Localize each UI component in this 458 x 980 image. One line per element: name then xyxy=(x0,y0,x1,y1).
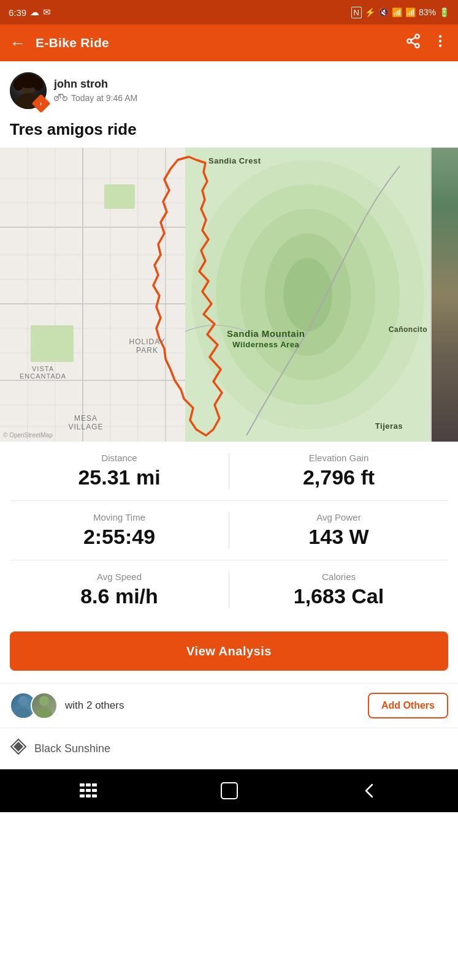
others-avatars xyxy=(10,692,58,719)
bottom-nav xyxy=(0,769,458,812)
map-container[interactable]: Sandia Crest Cañoncito HOLIDAY PARK VIST… xyxy=(0,148,458,442)
label-sandia-crest: Sandia Crest xyxy=(208,156,261,165)
label-tijeras: Tijeras xyxy=(375,421,403,431)
mail-icon: ✉ xyxy=(43,7,51,18)
avatar-container: › xyxy=(10,72,47,109)
elevation-label: Elevation Gain xyxy=(309,453,369,463)
label-mesa-village: MESAVILLAGE xyxy=(55,414,116,431)
svg-line-4 xyxy=(411,37,415,40)
svg-point-42 xyxy=(36,707,52,718)
map-copyright: © OpenStreetMap xyxy=(3,432,53,439)
segment-name: Black Sunshine xyxy=(34,742,110,755)
svg-rect-47 xyxy=(92,783,97,786)
battery: 83% xyxy=(419,7,436,17)
time-value: 2:55:49 xyxy=(83,525,155,549)
others-text: with 2 others xyxy=(65,699,361,712)
svg-point-6 xyxy=(439,40,441,42)
label-sandia-mountain: Sandia MountainWilderness Area xyxy=(227,328,305,349)
svg-rect-48 xyxy=(80,789,85,792)
svg-rect-49 xyxy=(86,789,91,792)
content: › john stroh Today at 9:46 AM Tres a xyxy=(0,61,458,769)
status-right: N ⚡ 🔇 📶 📶 83% 🔋 xyxy=(351,7,449,18)
svg-point-41 xyxy=(39,696,49,706)
calories-label: Calories xyxy=(322,571,356,582)
stat-elevation: Elevation Gain 2,796 ft xyxy=(229,453,448,489)
stats-row-1: Distance 25.31 mi Elevation Gain 2,796 f… xyxy=(10,442,448,501)
time: 6:39 xyxy=(9,7,26,18)
stats-container: Distance 25.31 mi Elevation Gain 2,796 f… xyxy=(0,442,458,619)
speed-label: Avg Speed xyxy=(97,571,142,582)
svg-point-7 xyxy=(439,44,441,47)
nav-menu-button[interactable] xyxy=(74,775,104,806)
bike-icon xyxy=(54,92,67,104)
svg-point-12 xyxy=(33,78,43,91)
svg-point-40 xyxy=(15,707,31,718)
svg-rect-52 xyxy=(86,794,91,797)
status-left: 6:39 ☁ ✉ xyxy=(9,7,51,18)
cloud-icon: ☁ xyxy=(30,7,39,18)
route-svg xyxy=(0,148,458,442)
back-button[interactable]: ← xyxy=(10,34,26,53)
label-holiday-park: HOLIDAY PARK xyxy=(123,337,172,355)
other-avatar-2 xyxy=(31,692,58,719)
stats-row-3: Avg Speed 8.6 mi/h Calories 1,683 Cal xyxy=(10,560,448,619)
status-bar: 6:39 ☁ ✉ N ⚡ 🔇 📶 📶 83% 🔋 xyxy=(0,0,458,24)
stat-calories: Calories 1,683 Cal xyxy=(229,571,448,608)
view-analysis-button[interactable]: View Analysis xyxy=(10,631,448,671)
stat-speed: Avg Speed 8.6 mi/h xyxy=(10,571,229,608)
add-others-button[interactable]: Add Others xyxy=(368,693,448,718)
calories-value: 1,683 Cal xyxy=(294,584,384,608)
activity-title: Tres amigos ride xyxy=(0,115,458,148)
user-meta: Today at 9:46 AM xyxy=(54,92,448,104)
header-icons xyxy=(405,33,448,53)
label-vista-encantada: VISTAENCANTADA xyxy=(6,365,80,380)
svg-rect-51 xyxy=(80,794,85,797)
time-label: Moving Time xyxy=(93,512,145,522)
user-info: john stroh Today at 9:46 AM xyxy=(54,78,448,104)
svg-rect-54 xyxy=(221,783,237,799)
stat-distance: Distance 25.31 mi xyxy=(10,453,229,489)
wifi-icon: 📶 xyxy=(392,7,402,17)
svg-point-5 xyxy=(439,35,441,37)
share-icon[interactable] xyxy=(405,33,421,53)
svg-rect-53 xyxy=(92,794,97,797)
distance-value: 25.31 mi xyxy=(78,466,160,489)
partial-bottom-row: Black Sunshine xyxy=(0,728,458,769)
activity-time: Today at 9:46 AM xyxy=(71,93,137,103)
page-title: E-Bike Ride xyxy=(36,36,395,50)
svg-rect-45 xyxy=(80,783,85,786)
svg-point-11 xyxy=(13,78,23,91)
stat-time: Moving Time 2:55:49 xyxy=(10,512,229,549)
header: ← E-Bike Ride xyxy=(0,24,458,61)
stat-power: Avg Power 143 W xyxy=(229,512,448,549)
svg-line-3 xyxy=(411,42,415,45)
power-label: Avg Power xyxy=(316,512,361,522)
nav-back-button[interactable] xyxy=(354,775,385,806)
label-canonicto: Cañoncito xyxy=(389,325,427,334)
power-value: 143 W xyxy=(308,525,368,549)
segment-icon xyxy=(10,738,27,760)
svg-rect-50 xyxy=(92,789,97,792)
nfc-icon: N xyxy=(351,7,362,18)
svg-point-39 xyxy=(18,696,28,706)
speed-value: 8.6 mi/h xyxy=(80,584,158,608)
elevation-value: 2,796 ft xyxy=(303,466,375,489)
stats-row-2: Moving Time 2:55:49 Avg Power 143 W xyxy=(10,501,448,560)
distance-label: Distance xyxy=(101,453,137,463)
svg-rect-46 xyxy=(86,783,91,786)
nav-home-button[interactable] xyxy=(214,775,245,806)
user-name: john stroh xyxy=(54,78,448,91)
user-row: › john stroh Today at 9:46 AM xyxy=(0,61,458,115)
battery-icon: 🔋 xyxy=(439,7,449,17)
bluetooth-icon: ⚡ xyxy=(365,7,375,17)
more-icon[interactable] xyxy=(432,33,448,53)
signal-icon: 📶 xyxy=(405,7,416,17)
others-row: with 2 others Add Others xyxy=(0,683,458,728)
mute-icon: 🔇 xyxy=(378,7,389,17)
